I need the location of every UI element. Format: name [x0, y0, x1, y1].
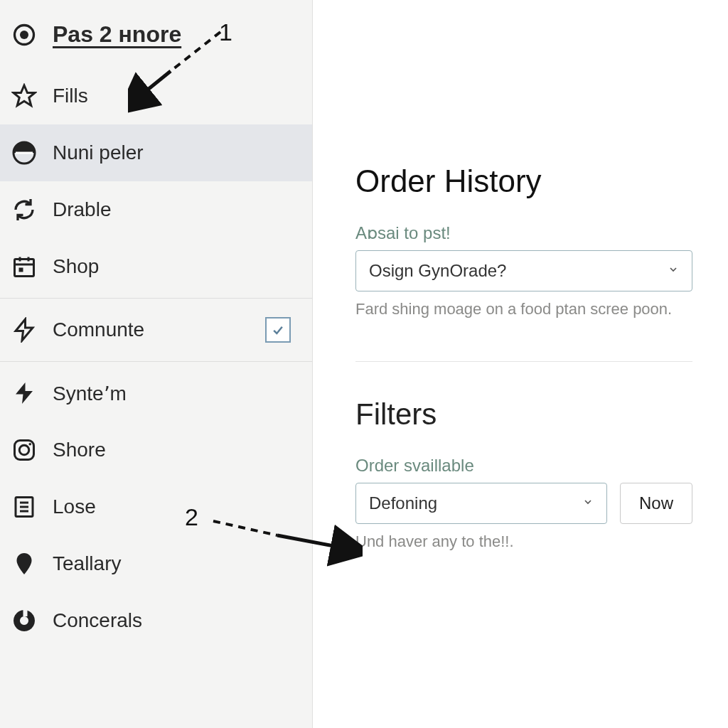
- select-value: Osign GynOrade?: [369, 261, 506, 281]
- filters-field-label: Order svaillable: [355, 456, 692, 476]
- sidebar-item-label: Concerals: [53, 609, 298, 632]
- chevron-down-icon: [668, 264, 679, 279]
- svg-marker-11: [16, 382, 33, 404]
- sidebar-item-shop[interactable]: Shop: [0, 238, 312, 295]
- camera-square-icon: [11, 437, 37, 463]
- sidebar-item-syntem[interactable]: Synteʼm: [0, 365, 312, 422]
- circle-split-icon: [11, 140, 37, 166]
- sidebar-title-row[interactable]: Pas 2 нnore: [0, 14, 312, 68]
- sidebar-item-teallary[interactable]: Teallary: [0, 535, 312, 592]
- sidebar-checkbox[interactable]: [265, 317, 291, 343]
- sidebar-divider: [0, 361, 312, 362]
- sidebar-divider: [0, 298, 312, 299]
- sidebar-item-label: Lose: [53, 496, 298, 518]
- svg-marker-2: [14, 85, 35, 106]
- sidebar-item-label: Shop: [53, 255, 298, 278]
- bolt-outline-icon: [11, 317, 37, 343]
- sidebar-item-nuni-peler[interactable]: Nuni peler: [0, 124, 312, 181]
- filters-select[interactable]: Defoning: [355, 483, 607, 524]
- annotation-label-2: 2: [185, 503, 198, 531]
- sidebar-item-label: Teallary: [53, 552, 298, 575]
- svg-rect-4: [16, 152, 33, 154]
- annotation-label-1: 1: [219, 18, 232, 46]
- refresh-icon: [11, 197, 37, 223]
- pin-icon: [11, 551, 37, 577]
- sidebar-item-label: Shore: [53, 439, 298, 461]
- svg-rect-5: [15, 259, 34, 277]
- donut-icon: [11, 608, 37, 633]
- sidebar: Pas 2 нnore Fills Nuni peler Drable: [0, 0, 313, 728]
- order-history-help: Fard shing moage on a food ptan scree po…: [355, 300, 692, 318]
- svg-marker-10: [16, 319, 33, 341]
- svg-rect-19: [23, 609, 28, 617]
- svg-rect-9: [19, 268, 23, 272]
- chevron-down-icon: [582, 496, 594, 511]
- sidebar-item-label: Comnunte: [53, 318, 250, 341]
- select-value: Defoning: [369, 493, 437, 513]
- sidebar-item-label: Fills: [53, 85, 298, 107]
- star-icon: [11, 83, 37, 109]
- filters-title: Filters: [355, 397, 692, 432]
- sidebar-item-shore[interactable]: Shore: [0, 422, 312, 478]
- sidebar-item-label: Drable: [53, 198, 298, 221]
- svg-point-1: [20, 31, 28, 39]
- sidebar-item-comnunte[interactable]: Comnunte: [0, 301, 312, 358]
- filters-help: Und haver any to the!!.: [355, 532, 692, 551]
- order-history-title: Order History: [355, 164, 692, 199]
- list-box-icon: [11, 494, 37, 520]
- main-panel: Order History Aɒsai to pst! Osign GynOra…: [313, 0, 728, 728]
- order-history-select[interactable]: Osign GynOrade?: [355, 250, 692, 291]
- now-button[interactable]: Now: [620, 483, 692, 524]
- sidebar-title: Pas 2 нnore: [53, 21, 298, 48]
- sidebar-item-concerals[interactable]: Concerals: [0, 592, 312, 649]
- sidebar-item-label: Synteʼm: [53, 382, 298, 405]
- sidebar-item-drable[interactable]: Drable: [0, 181, 312, 238]
- sidebar-item-fills[interactable]: Fills: [0, 68, 312, 124]
- svg-point-14: [28, 443, 31, 446]
- order-history-field-label: Aɒsai to pst!: [355, 223, 692, 243]
- sidebar-item-label: Nuni peler: [53, 141, 298, 164]
- bolt-icon: [11, 380, 37, 406]
- sidebar-item-lose[interactable]: Lose: [0, 478, 312, 535]
- svg-point-13: [19, 445, 29, 455]
- calendar-icon: [11, 254, 37, 279]
- section-divider: [355, 361, 692, 362]
- target-icon: [11, 22, 37, 48]
